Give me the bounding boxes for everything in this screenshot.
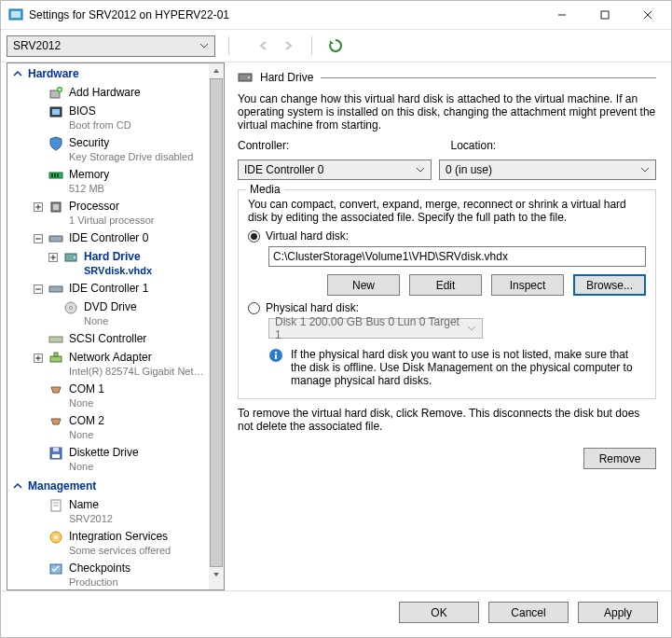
maximize-button[interactable] — [583, 1, 626, 29]
name-icon — [48, 498, 63, 513]
tree-name[interactable]: NameSRV2012 — [7, 496, 209, 528]
hard-drive-icon — [238, 70, 253, 85]
expand-icon[interactable] — [48, 250, 58, 264]
location-value: 0 (in use) — [446, 163, 492, 176]
tree-diskette[interactable]: Diskette DriveNone — [7, 444, 209, 476]
remove-button[interactable]: Remove — [583, 448, 656, 469]
tree-label: COM 2 — [69, 414, 104, 428]
tree-label: Security — [69, 136, 193, 150]
tree-integration-services[interactable]: Integration ServicesSome services offere… — [7, 528, 209, 560]
tree-sublabel: None — [69, 428, 104, 442]
svg-rect-36 — [50, 356, 62, 362]
tree-scrollbar[interactable] — [209, 63, 224, 589]
tree-label: IDE Controller 0 — [69, 231, 148, 245]
separator — [228, 36, 229, 55]
tree-bios[interactable]: BIOSBoot from CD — [7, 103, 209, 134]
tree-label: Diskette Drive — [69, 446, 139, 460]
chevron-down-icon — [416, 165, 425, 174]
tree-label: COM 1 — [69, 382, 104, 396]
svg-rect-1 — [11, 11, 21, 18]
cancel-button[interactable]: Cancel — [488, 602, 569, 623]
tree-label: Processor — [69, 200, 155, 214]
location-select[interactable]: 0 (in use) — [439, 160, 656, 180]
category-label: Management — [28, 479, 96, 492]
radio-icon — [248, 230, 260, 243]
tree-network-adapter[interactable]: Network AdapterIntel(R) 82574L Gigabit N… — [7, 349, 209, 381]
radio-virtual-hard-disk[interactable]: Virtual hard disk: — [248, 229, 646, 243]
physical-disk-select: Disk 1 200.00 GB Bus 0 Lun 0 Target 1 — [268, 318, 483, 339]
tree-sublabel: None — [69, 396, 104, 410]
tree-label: Integration Services — [69, 530, 171, 544]
physical-disk-value: Disk 1 200.00 GB Bus 0 Lun 0 Target 1 — [275, 315, 467, 341]
window-title: Settings for SRV2012 on HYPERV22-01 — [29, 8, 229, 21]
chevron-down-icon — [199, 41, 209, 50]
location-label: Location: — [451, 139, 657, 152]
svg-rect-11 — [51, 173, 53, 177]
tree-memory[interactable]: Memory512 MB — [7, 166, 209, 198]
tree-checkpoints[interactable]: CheckpointsProduction — [7, 560, 209, 589]
media-legend: Media — [246, 183, 284, 196]
category-label: Hardware — [28, 67, 79, 80]
tree-sublabel: Some services offered — [69, 544, 171, 558]
expand-icon[interactable] — [34, 200, 43, 214]
svg-rect-40 — [52, 454, 60, 458]
vhd-path-input[interactable] — [268, 246, 646, 267]
tree-ide1[interactable]: IDE Controller 1 — [7, 280, 209, 298]
scroll-up-icon[interactable] — [209, 63, 224, 78]
category-hardware[interactable]: Hardware — [7, 63, 209, 84]
svg-point-26 — [74, 257, 75, 258]
tree-com1[interactable]: COM 1None — [7, 381, 209, 412]
controller-select[interactable]: IDE Controller 0 — [238, 160, 432, 180]
settings-tree: Hardware Add Hardware BIOSBoot from CD S… — [7, 62, 225, 590]
controller-label: Controller: — [238, 139, 444, 152]
collapse-icon[interactable] — [34, 231, 43, 245]
collapse-icon[interactable] — [34, 282, 43, 296]
info-icon — [268, 348, 283, 363]
svg-rect-52 — [275, 354, 277, 359]
apply-button[interactable]: Apply — [578, 602, 658, 623]
new-button[interactable]: New — [327, 274, 400, 296]
nav-back-button[interactable] — [254, 35, 274, 56]
remove-description: To remove the virtual hard disk, click R… — [238, 407, 656, 433]
panel-title: Hard Drive — [260, 71, 313, 84]
nav-forward-button[interactable] — [278, 35, 298, 56]
browse-button[interactable]: Browse... — [573, 274, 646, 296]
tree-label: DVD Drive — [84, 300, 137, 314]
svg-rect-21 — [49, 236, 62, 242]
chevron-up-icon — [13, 69, 22, 78]
hard-drive-icon — [63, 250, 78, 265]
close-button[interactable] — [626, 1, 669, 29]
refresh-button[interactable] — [325, 35, 346, 56]
tree-com2[interactable]: COM 2None — [7, 412, 209, 444]
ok-button[interactable]: OK — [399, 602, 479, 623]
radio-physical-hard-disk[interactable]: Physical hard disk: — [248, 301, 646, 314]
tree-ide0[interactable]: IDE Controller 0 — [7, 229, 209, 248]
media-description: You can compact, convert, expand, merge,… — [248, 198, 646, 224]
vm-selector[interactable]: SRV2012 — [7, 35, 215, 57]
svg-rect-32 — [49, 337, 62, 342]
category-management[interactable]: Management — [7, 476, 209, 496]
network-icon — [48, 351, 63, 366]
tree-sublabel: 1 Virtual processor — [69, 214, 155, 228]
vm-selector-value: SRV2012 — [13, 39, 61, 52]
svg-rect-12 — [54, 173, 56, 177]
expand-icon[interactable] — [34, 351, 43, 365]
tree-processor[interactable]: Processor1 Virtual processor — [7, 198, 209, 229]
tree-add-hardware[interactable]: Add Hardware — [7, 84, 209, 103]
svg-point-31 — [70, 307, 73, 310]
minimize-button[interactable] — [541, 1, 583, 29]
diskette-icon — [48, 446, 63, 461]
radio-label: Physical hard disk: — [266, 301, 359, 314]
tree-dvd-drive[interactable]: DVD DriveNone — [7, 298, 209, 330]
tree-label: BIOS — [69, 104, 131, 118]
svg-rect-37 — [54, 353, 58, 356]
tree-security[interactable]: SecurityKey Storage Drive disabled — [7, 134, 209, 166]
toolbar: SRV2012 — [1, 30, 671, 62]
tree-scsi[interactable]: SCSI Controller — [7, 330, 209, 349]
inspect-button[interactable]: Inspect — [491, 274, 564, 296]
physical-disk-info: If the physical hard disk you want to us… — [291, 348, 646, 387]
scrollbar-thumb[interactable] — [210, 78, 223, 567]
edit-button[interactable]: Edit — [409, 274, 482, 296]
scroll-down-icon[interactable] — [209, 567, 224, 582]
tree-hard-drive[interactable]: Hard DriveSRVdisk.vhdx — [7, 248, 209, 280]
